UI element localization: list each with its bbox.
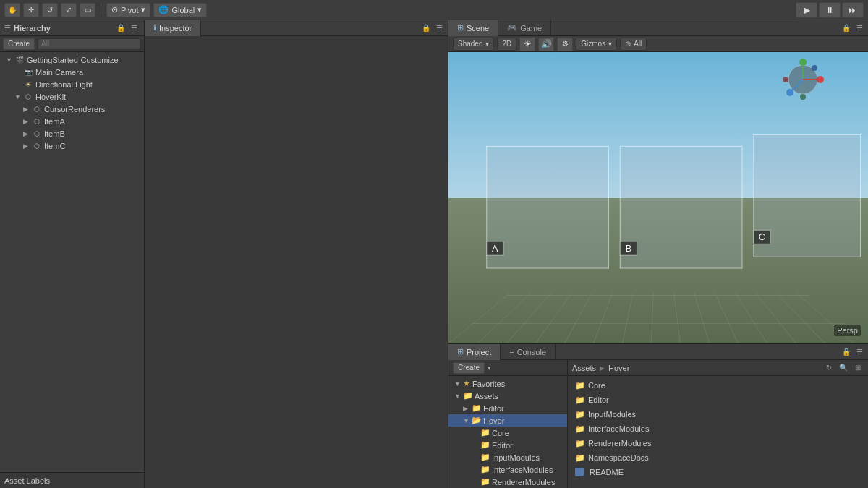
hierarchy-create-btn[interactable]: Create: [3, 38, 35, 50]
hierarchy-root-item[interactable]: ▼ 🎬 GettingStarted-Customize: [0, 53, 144, 66]
hoverkit-label: HoverKit: [35, 93, 66, 101]
project-create-btn[interactable]: Create: [453, 362, 485, 374]
favorites-star-icon: ★: [463, 379, 470, 388]
hierarchy-search-input[interactable]: [38, 38, 141, 50]
console-tab[interactable]: ≡ Console: [501, 344, 556, 360]
sync-icon[interactable]: ↻: [823, 362, 835, 374]
renderer-file-folder-icon: 📁: [575, 439, 585, 448]
scene-tab-icon: ⊞: [457, 23, 464, 33]
pause-button[interactable]: ⏸: [819, 2, 841, 18]
item-b-arrow: ▶: [23, 130, 32, 137]
all-layers-dropdown[interactable]: ⊙ All: [620, 38, 647, 51]
gizmos-dropdown[interactable]: Gizmos ▾: [576, 38, 617, 51]
project-content: Create ▾ ▼ ★ Favorites ▼ 📁: [448, 360, 868, 488]
breadcrumb-assets[interactable]: Assets: [572, 364, 596, 372]
pivot-dropdown[interactable]: ⊙ Pivot ▾: [106, 3, 150, 17]
input-modules-item[interactable]: 📁 InputModules: [448, 451, 567, 463]
hierarchy-header: ☰ Hierarchy 🔒 ☰: [0, 20, 144, 36]
editor-file-folder-icon: 📁: [575, 395, 585, 405]
hierarchy-item-main-camera[interactable]: 📷 Main Camera: [0, 66, 144, 78]
scene-light-btn[interactable]: ☀: [519, 37, 535, 51]
hierarchy-item-cursor-renderers[interactable]: ▶ ⬡ CursorRenderers: [0, 103, 144, 115]
inspector-panel: ℹ Inspector 🔒 ☰: [145, 20, 448, 488]
renderer-modules-file-label: RendererModules: [588, 439, 651, 448]
hierarchy-lock-icon[interactable]: 🔒: [115, 22, 127, 34]
hover-folder-icon: 📂: [472, 416, 482, 425]
favorites-item[interactable]: ▼ ★ Favorites: [448, 377, 567, 390]
project-menu-icon[interactable]: ☰: [854, 346, 865, 358]
bottom-panel: ⊞ Project ≡ Console 🔒 ☰ Create ▾: [448, 343, 868, 488]
item-c-icon: ⬡: [32, 141, 42, 151]
scene-menu-icon[interactable]: ☰: [854, 22, 865, 34]
inspector-icons: 🔒 ☰: [420, 22, 448, 34]
interface-modules-item[interactable]: 📁 InterfaceModules: [448, 463, 567, 476]
hover-folder-item[interactable]: ▼ 📂 Hover: [448, 414, 567, 427]
inspector-tab[interactable]: ℹ Inspector: [145, 20, 201, 36]
project-lock-icon[interactable]: 🔒: [841, 346, 852, 358]
hierarchy-item-b[interactable]: ▶ ⬡ ItemB: [0, 127, 144, 140]
step-button[interactable]: ⏭: [842, 2, 864, 18]
view-toggle-icon[interactable]: ⊞: [852, 362, 864, 374]
renderer-modules-item[interactable]: 📁 RendererModules: [448, 476, 567, 488]
hierarchy-item-a[interactable]: ▶ ⬡ ItemA: [0, 115, 144, 127]
svg-text:B: B: [626, 244, 631, 254]
inspector-content: [145, 36, 448, 488]
file-readme[interactable]: README: [571, 466, 865, 479]
scene-tab[interactable]: ⊞ Scene: [448, 20, 498, 36]
hover-core-item[interactable]: 📁 Core: [448, 427, 567, 439]
hover-editor-item[interactable]: 📁 Editor: [448, 439, 567, 451]
rect-tool-btn[interactable]: ▭: [80, 3, 95, 17]
scene-audio-btn[interactable]: 🔊: [538, 37, 554, 51]
assets-folder-icon: 📁: [463, 391, 473, 401]
global-dropdown[interactable]: 🌐 Global ▾: [153, 3, 207, 17]
svg-rect-1: [620, 146, 742, 268]
rotate-tool-btn[interactable]: ↺: [42, 3, 58, 17]
breadcrumb: Assets ► Hover: [572, 364, 629, 372]
hierarchy-toolbar: Create: [0, 36, 144, 52]
directional-light-label: Directional Light: [35, 80, 93, 89]
inspector-lock-icon[interactable]: 🔒: [420, 22, 432, 34]
hierarchy-item-c[interactable]: ▶ ⬡ ItemC: [0, 140, 144, 152]
play-controls: ▶ ⏸ ⏭: [796, 2, 864, 18]
play-button[interactable]: ▶: [796, 2, 817, 18]
view-tabs: ⊞ Scene 🎮 Game 🔒 ☰: [448, 20, 868, 36]
interface-folder-icon: 📁: [480, 465, 490, 474]
shading-dropdown[interactable]: Shaded ▾: [453, 38, 494, 51]
hierarchy-panel: ☰ Hierarchy 🔒 ☰ Create ▼ 🎬 GettingStarte…: [0, 20, 145, 488]
inspector-icon: ℹ: [153, 23, 156, 33]
scene-fx-btn[interactable]: ⚙: [557, 37, 573, 51]
hierarchy-menu-icon[interactable]: ☰: [128, 22, 140, 34]
file-renderer-modules[interactable]: 📁 RendererModules: [571, 437, 865, 450]
console-tab-icon: ≡: [509, 348, 514, 356]
file-interface-modules[interactable]: 📁 InterfaceModules: [571, 422, 865, 435]
inspector-menu-icon[interactable]: ☰: [433, 22, 445, 34]
scale-tool-btn[interactable]: ⤢: [61, 3, 77, 17]
assets-editor-item[interactable]: ▶ 📁 Editor: [448, 402, 567, 414]
file-namespace-docs[interactable]: 📁 NamespaceDocs: [571, 451, 865, 464]
pivot-chevron: ▾: [141, 5, 145, 14]
file-editor[interactable]: 📁 Editor: [571, 393, 865, 406]
breadcrumb-hover[interactable]: Hover: [608, 364, 629, 372]
2d-toggle[interactable]: 2D: [497, 38, 516, 51]
scene-view: A B C: [448, 52, 868, 343]
project-tab[interactable]: ⊞ Project: [448, 344, 501, 360]
hierarchy-item-directional-light[interactable]: ☀ Directional Light: [0, 78, 144, 90]
all-layers-label: All: [634, 40, 642, 48]
svg-point-13: [817, 76, 824, 83]
assets-root-item[interactable]: ▼ 📁 Assets: [448, 390, 567, 402]
scene-lock-icon[interactable]: 🔒: [841, 22, 852, 34]
root-arrow: ▼: [6, 56, 14, 64]
separator-1: [101, 4, 101, 17]
scene-gizmo[interactable]: [781, 58, 825, 101]
hoverkit-arrow: ▼: [14, 93, 23, 100]
hand-tool-btn[interactable]: ✋: [4, 3, 20, 17]
cursor-icon: ⬡: [32, 104, 42, 114]
hierarchy-item-hoverkit[interactable]: ▼ ⬡ HoverKit: [0, 90, 144, 103]
game-tab[interactable]: 🎮 Game: [498, 20, 551, 36]
inspector-title: Inspector: [159, 24, 192, 33]
file-core[interactable]: 📁 Core: [571, 379, 865, 392]
project-files-panel: Assets ► Hover ↻ 🔍 ⊞: [568, 360, 868, 488]
move-tool-btn[interactable]: ✛: [23, 3, 39, 17]
search-icon[interactable]: 🔍: [838, 362, 849, 374]
file-input-modules[interactable]: 📁 InputModules: [571, 408, 865, 421]
